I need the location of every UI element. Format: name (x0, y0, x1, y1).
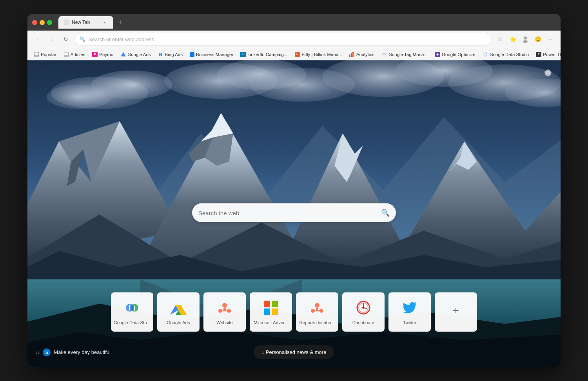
analytics-icon (349, 52, 355, 57)
bookmark-power-thesaurus[interactable]: P Power Thesaurus (533, 50, 561, 59)
traffic-lights (32, 20, 52, 25)
business-manager-icon (190, 52, 194, 57)
quick-link-twitter[interactable]: Twitter (388, 292, 431, 332)
bookmark-bing-ads-label: Bing Ads (165, 52, 183, 57)
back-button[interactable]: ‹ (32, 34, 43, 45)
bookmark-analytics-label: Analytics (356, 52, 374, 57)
bookmark-popular-label: Popular (41, 52, 56, 57)
twitter-label: Twitter (401, 320, 419, 326)
bookmark-google-data-studio-label: Google Data Studio (490, 52, 529, 57)
search-container: 🔍 (192, 203, 396, 222)
news-button-label: ↓ Personalised news & more (262, 349, 327, 355)
bookmark-google-tag[interactable]: ◇ Google Tag Mana... (378, 50, 431, 59)
bookmark-linkedin-label: LinkedIn Campaig... (247, 52, 287, 57)
favorites-icon[interactable]: ☆ (495, 34, 506, 45)
quick-link-google-ads[interactable]: Google Ads (157, 292, 200, 332)
address-search-icon: 🔍 (80, 36, 85, 42)
bookmark-analytics[interactable]: Analytics (346, 50, 377, 59)
bottom-bar: ‹ › b Make every day beautiful ↓ Persona… (27, 345, 561, 359)
gds-icon (123, 298, 142, 317)
google-tag-icon: ◇ (381, 52, 387, 57)
active-tab[interactable]: New Tab × (58, 16, 113, 29)
bookmark-google-tag-label: Google Tag Mana... (388, 52, 428, 57)
emoji-icon[interactable]: 🙂 (532, 34, 543, 45)
bookmark-power-thesaurus-label: Power Thesaurus (543, 52, 561, 57)
bitly-icon: b (295, 52, 300, 57)
new-tab-button[interactable]: + (115, 17, 126, 28)
svg-point-16 (47, 85, 112, 109)
brand-nav-arrows: ‹ › (35, 349, 40, 356)
gds-label: Google Data Stu... (111, 320, 153, 326)
search-icon[interactable]: 🔍 (381, 209, 390, 217)
svg-rect-10 (352, 52, 354, 57)
dashboard-icon (354, 298, 373, 317)
svg-rect-62 (264, 308, 270, 315)
browser-window: New Tab × + ‹ › ↻ 🔍 Search or enter web … (27, 14, 561, 367)
quick-link-add[interactable]: + (435, 292, 477, 332)
google-ads-ql-label: Google Ads (164, 320, 192, 326)
bookmark-google-data-studio[interactable]: ⬡ Google Data Studio (479, 50, 532, 59)
svg-point-64 (315, 303, 319, 308)
bookmark-bitly-label: Bitly | Bitlink Mana... (302, 52, 342, 57)
bookmark-google-ads[interactable]: Google Ads (117, 50, 154, 59)
svg-marker-7 (121, 52, 126, 56)
microsoft-label: Microsoft Adver... (251, 320, 290, 326)
website-label: Website (214, 320, 235, 326)
quick-link-reports[interactable]: Reports dashbo... (296, 292, 338, 332)
bookmark-business-manager[interactable]: Business Manager (187, 51, 236, 58)
quick-link-google-data-studio[interactable]: Google Data Stu... (111, 292, 153, 332)
bookmark-google-ads-label: Google Ads (127, 52, 151, 57)
svg-rect-0 (64, 20, 69, 25)
tab-bar: New Tab × + (58, 16, 556, 29)
svg-point-2 (523, 40, 528, 43)
svg-rect-61 (272, 301, 278, 307)
popular-icon (34, 52, 39, 57)
maximize-traffic-light[interactable] (47, 20, 52, 25)
svg-rect-63 (272, 308, 278, 315)
bing-ads-icon: B (158, 52, 163, 57)
bookmark-google-optimize-label: Google Optimize (442, 52, 475, 57)
profile-icon[interactable] (520, 34, 531, 45)
tab-title: New Tab (72, 20, 90, 25)
articles-icon (64, 52, 69, 57)
close-traffic-light[interactable] (32, 20, 37, 25)
quick-link-microsoft[interactable]: Microsoft Adver... (250, 292, 292, 332)
quick-links: Google Data Stu... Google Ads (111, 292, 477, 332)
nav-actions: ☆ ⭐ 🙂 ··· (495, 34, 556, 45)
bookmark-articles[interactable]: Articles (60, 50, 89, 59)
quick-link-dashboard[interactable]: Dashboard (342, 292, 385, 332)
search-box[interactable]: 🔍 (192, 203, 396, 222)
bookmark-popular[interactable]: Popular (31, 50, 60, 59)
website-icon (215, 298, 234, 317)
twitter-icon (400, 298, 419, 317)
minimize-traffic-light[interactable] (40, 20, 45, 25)
search-input[interactable] (198, 209, 376, 216)
menu-icon[interactable]: ··· (545, 34, 556, 45)
reading-list-icon[interactable]: ⭐ (507, 34, 518, 45)
bookmark-bing-ads[interactable]: B Bing Ads (155, 50, 186, 59)
nav-bar: ‹ › ↻ 🔍 Search or enter web address ☆ ⭐ … (27, 31, 561, 48)
reload-button[interactable]: ↻ (60, 34, 71, 45)
svg-point-1 (524, 36, 527, 40)
bookmark-paymo[interactable]: P Paymo (89, 50, 116, 59)
google-data-studio-icon: ⬡ (483, 52, 488, 57)
prev-arrow[interactable]: ‹ (35, 349, 37, 356)
google-optimize-icon: ◆ (435, 52, 440, 57)
bookmark-paymo-label: Paymo (99, 52, 113, 57)
forward-button[interactable]: › (46, 34, 57, 45)
quick-link-website[interactable]: Website (203, 292, 246, 332)
reports-icon (308, 298, 327, 317)
bookmark-google-optimize[interactable]: ◆ Google Optimize (432, 50, 479, 59)
news-button[interactable]: ↓ Personalised news & more (254, 345, 334, 359)
google-ads-icon (120, 52, 126, 57)
next-arrow[interactable]: › (38, 349, 40, 356)
bookmark-linkedin[interactable]: in LinkedIn Campaig... (237, 50, 290, 59)
bookmark-bitly[interactable]: b Bitly | Bitlink Mana... (292, 50, 345, 59)
page-content: 🔍 Google Data Stu... (27, 60, 561, 367)
address-bar[interactable]: 🔍 Search or enter web address (74, 33, 492, 45)
svg-rect-8 (349, 54, 350, 57)
tab-close-button[interactable]: × (102, 19, 108, 25)
title-bar: New Tab × + (27, 14, 561, 31)
settings-gear-button[interactable] (542, 67, 554, 79)
address-placeholder: Search or enter web address (89, 36, 154, 42)
